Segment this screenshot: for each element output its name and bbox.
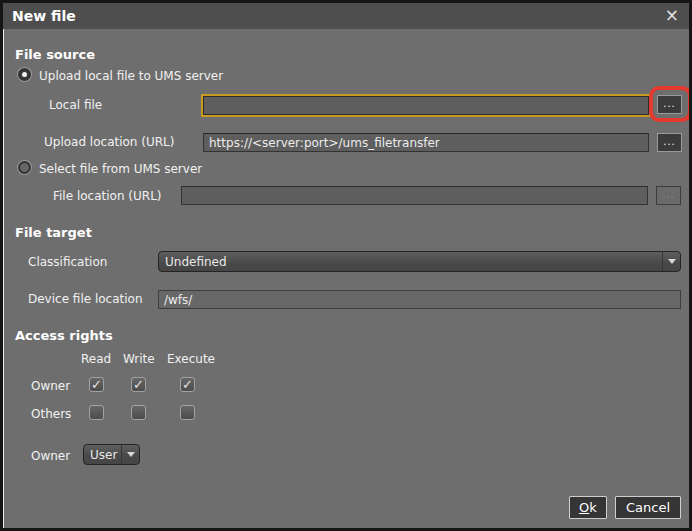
others-row-label: Others xyxy=(31,407,71,421)
radio-upload-local-file-label[interactable]: Upload local file to UMS server xyxy=(39,69,223,83)
owner-select-value: User xyxy=(84,448,121,462)
device-file-location-label: Device file location xyxy=(28,292,143,306)
others-write-checkbox[interactable] xyxy=(131,405,146,420)
others-execute-checkbox[interactable] xyxy=(180,405,195,420)
owner-select[interactable]: User xyxy=(83,444,140,465)
upload-location-browse-button[interactable]: ... xyxy=(657,133,682,152)
radio-select-ums-file-label[interactable]: Select file from UMS server xyxy=(39,162,202,176)
ok-button[interactable]: Ok xyxy=(569,496,607,519)
owner-combo-label: Owner xyxy=(31,449,70,463)
classification-label: Classification xyxy=(28,255,107,269)
dialog-titlebar[interactable]: New file × xyxy=(3,3,689,29)
radio-select-ums-file[interactable] xyxy=(18,161,31,174)
chevron-down-icon[interactable] xyxy=(121,445,139,464)
owner-execute-checkbox[interactable] xyxy=(180,377,195,392)
file-source-heading: File source xyxy=(15,47,95,62)
upload-location-input[interactable]: https://<server:port>/ums_filetransfer xyxy=(203,133,649,152)
close-icon[interactable]: × xyxy=(665,3,679,29)
file-location-browse-button: ... xyxy=(656,186,681,205)
owner-row-label: Owner xyxy=(31,379,70,393)
dialog-title: New file xyxy=(12,8,76,24)
local-file-browse-button[interactable]: ... xyxy=(657,95,682,114)
owner-write-checkbox[interactable] xyxy=(131,377,146,392)
file-target-heading: File target xyxy=(15,225,92,240)
access-rights-heading: Access rights xyxy=(15,328,113,343)
col-header-write: Write xyxy=(123,352,155,366)
others-read-checkbox[interactable] xyxy=(89,405,104,420)
chevron-down-icon[interactable] xyxy=(662,252,680,271)
device-file-location-input[interactable]: /wfs/ xyxy=(158,290,681,309)
classification-value: Undefined xyxy=(159,255,662,269)
upload-location-label: Upload location (URL) xyxy=(44,135,174,149)
new-file-dialog: New file × File source Upload local file… xyxy=(0,0,692,531)
cancel-button[interactable]: Cancel xyxy=(615,496,681,519)
col-header-read: Read xyxy=(81,352,111,366)
radio-upload-local-file[interactable] xyxy=(18,68,31,81)
file-location-label: File location (URL) xyxy=(53,189,162,203)
col-header-execute: Execute xyxy=(167,352,215,366)
classification-select[interactable]: Undefined xyxy=(158,251,681,272)
owner-read-checkbox[interactable] xyxy=(89,377,104,392)
local-file-input[interactable] xyxy=(203,96,649,115)
local-file-label: Local file xyxy=(49,98,102,112)
file-location-input[interactable] xyxy=(181,186,648,205)
